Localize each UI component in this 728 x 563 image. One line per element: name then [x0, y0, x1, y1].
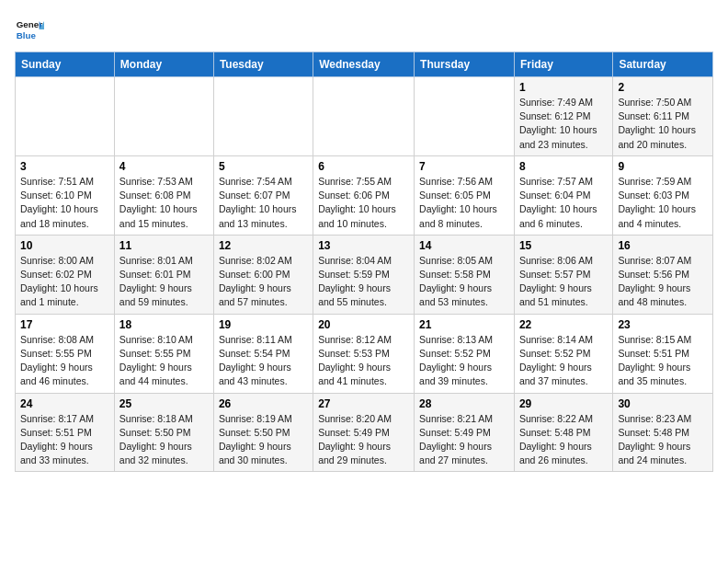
calendar-cell: 6Sunrise: 7:55 AM Sunset: 6:06 PM Daylig…	[313, 155, 415, 235]
day-number: 12	[219, 239, 308, 252]
day-info: Sunrise: 8:21 AM Sunset: 5:49 PM Dayligh…	[419, 412, 509, 468]
calendar-table: SundayMondayTuesdayWednesdayThursdayFrid…	[15, 52, 713, 472]
day-info: Sunrise: 7:50 AM Sunset: 6:11 PM Dayligh…	[618, 96, 708, 152]
day-number: 10	[20, 239, 109, 252]
day-info: Sunrise: 8:10 AM Sunset: 5:55 PM Dayligh…	[119, 333, 209, 389]
column-header-thursday: Thursday	[415, 52, 515, 77]
day-info: Sunrise: 7:55 AM Sunset: 6:06 PM Dayligh…	[318, 175, 409, 231]
calendar-cell: 11Sunrise: 8:01 AM Sunset: 6:01 PM Dayli…	[114, 235, 213, 314]
column-header-wednesday: Wednesday	[313, 52, 415, 77]
day-number: 13	[318, 239, 409, 252]
day-number: 27	[318, 397, 409, 410]
day-number: 4	[119, 160, 209, 173]
calendar-cell: 25Sunrise: 8:18 AM Sunset: 5:50 PM Dayli…	[114, 393, 213, 472]
day-number: 25	[119, 397, 209, 410]
day-number: 14	[419, 239, 509, 252]
day-info: Sunrise: 7:59 AM Sunset: 6:03 PM Dayligh…	[618, 175, 708, 231]
calendar-cell: 16Sunrise: 8:07 AM Sunset: 5:56 PM Dayli…	[613, 235, 713, 314]
day-info: Sunrise: 7:51 AM Sunset: 6:10 PM Dayligh…	[20, 175, 109, 231]
logo: General Blue	[15, 15, 44, 44]
calendar-cell: 29Sunrise: 8:22 AM Sunset: 5:48 PM Dayli…	[514, 393, 612, 472]
calendar-cell: 12Sunrise: 8:02 AM Sunset: 6:00 PM Dayli…	[213, 235, 313, 314]
column-header-saturday: Saturday	[613, 52, 713, 77]
day-info: Sunrise: 7:56 AM Sunset: 6:05 PM Dayligh…	[419, 175, 509, 231]
calendar-cell: 5Sunrise: 7:54 AM Sunset: 6:07 PM Daylig…	[213, 155, 313, 235]
calendar-cell: 9Sunrise: 7:59 AM Sunset: 6:03 PM Daylig…	[613, 155, 713, 235]
calendar-cell: 2Sunrise: 7:50 AM Sunset: 6:11 PM Daylig…	[613, 77, 713, 156]
day-number: 21	[419, 318, 509, 331]
calendar-cell: 19Sunrise: 8:11 AM Sunset: 5:54 PM Dayli…	[213, 314, 313, 393]
calendar-cell: 7Sunrise: 7:56 AM Sunset: 6:05 PM Daylig…	[415, 155, 515, 235]
calendar-cell: 30Sunrise: 8:23 AM Sunset: 5:48 PM Dayli…	[613, 393, 713, 472]
calendar-cell: 22Sunrise: 8:14 AM Sunset: 5:52 PM Dayli…	[514, 314, 612, 393]
calendar-cell: 18Sunrise: 8:10 AM Sunset: 5:55 PM Dayli…	[114, 314, 213, 393]
calendar-cell: 8Sunrise: 7:57 AM Sunset: 6:04 PM Daylig…	[514, 155, 612, 235]
calendar-cell: 17Sunrise: 8:08 AM Sunset: 5:55 PM Dayli…	[16, 314, 115, 393]
calendar-cell: 15Sunrise: 8:06 AM Sunset: 5:57 PM Dayli…	[514, 235, 612, 314]
day-info: Sunrise: 8:22 AM Sunset: 5:48 PM Dayligh…	[519, 412, 608, 468]
day-number: 30	[618, 397, 708, 410]
column-header-friday: Friday	[514, 52, 612, 77]
day-number: 5	[219, 160, 308, 173]
day-info: Sunrise: 8:18 AM Sunset: 5:50 PM Dayligh…	[119, 412, 209, 468]
calendar-cell: 10Sunrise: 8:00 AM Sunset: 6:02 PM Dayli…	[16, 235, 115, 314]
calendar-cell: 28Sunrise: 8:21 AM Sunset: 5:49 PM Dayli…	[415, 393, 515, 472]
day-number: 1	[519, 81, 608, 94]
day-info: Sunrise: 8:05 AM Sunset: 5:58 PM Dayligh…	[419, 254, 509, 310]
day-number: 2	[618, 81, 708, 94]
calendar-cell	[415, 77, 515, 156]
calendar-cell: 21Sunrise: 8:13 AM Sunset: 5:52 PM Dayli…	[415, 314, 515, 393]
calendar-cell	[313, 77, 415, 156]
day-info: Sunrise: 8:01 AM Sunset: 6:01 PM Dayligh…	[119, 254, 209, 310]
day-info: Sunrise: 8:00 AM Sunset: 6:02 PM Dayligh…	[20, 254, 109, 310]
page-header: General Blue	[15, 15, 713, 44]
day-number: 16	[618, 239, 708, 252]
day-info: Sunrise: 8:06 AM Sunset: 5:57 PM Dayligh…	[519, 254, 608, 310]
day-info: Sunrise: 8:17 AM Sunset: 5:51 PM Dayligh…	[20, 412, 109, 468]
day-number: 9	[618, 160, 708, 173]
day-number: 8	[519, 160, 608, 173]
day-number: 15	[519, 239, 608, 252]
calendar-cell: 23Sunrise: 8:15 AM Sunset: 5:51 PM Dayli…	[613, 314, 713, 393]
calendar-cell: 27Sunrise: 8:20 AM Sunset: 5:49 PM Dayli…	[313, 393, 415, 472]
day-number: 19	[219, 318, 308, 331]
calendar-cell: 26Sunrise: 8:19 AM Sunset: 5:50 PM Dayli…	[213, 393, 313, 472]
day-number: 17	[20, 318, 109, 331]
day-number: 26	[219, 397, 308, 410]
day-info: Sunrise: 8:08 AM Sunset: 5:55 PM Dayligh…	[20, 333, 109, 389]
day-info: Sunrise: 8:07 AM Sunset: 5:56 PM Dayligh…	[618, 254, 708, 310]
svg-text:Blue: Blue	[17, 30, 37, 40]
day-info: Sunrise: 8:12 AM Sunset: 5:53 PM Dayligh…	[318, 333, 409, 389]
day-number: 18	[119, 318, 209, 331]
day-number: 29	[519, 397, 608, 410]
calendar-cell: 13Sunrise: 8:04 AM Sunset: 5:59 PM Dayli…	[313, 235, 415, 314]
calendar-cell	[114, 77, 213, 156]
day-number: 24	[20, 397, 109, 410]
day-info: Sunrise: 8:14 AM Sunset: 5:52 PM Dayligh…	[519, 333, 608, 389]
day-number: 28	[419, 397, 509, 410]
day-info: Sunrise: 7:57 AM Sunset: 6:04 PM Dayligh…	[519, 175, 608, 231]
day-info: Sunrise: 8:19 AM Sunset: 5:50 PM Dayligh…	[219, 412, 308, 468]
calendar-cell: 4Sunrise: 7:53 AM Sunset: 6:08 PM Daylig…	[114, 155, 213, 235]
calendar-cell: 14Sunrise: 8:05 AM Sunset: 5:58 PM Dayli…	[415, 235, 515, 314]
day-info: Sunrise: 7:53 AM Sunset: 6:08 PM Dayligh…	[119, 175, 209, 231]
day-info: Sunrise: 8:23 AM Sunset: 5:48 PM Dayligh…	[618, 412, 708, 468]
column-header-monday: Monday	[114, 52, 213, 77]
day-number: 7	[419, 160, 509, 173]
day-info: Sunrise: 8:02 AM Sunset: 6:00 PM Dayligh…	[219, 254, 308, 310]
day-number: 11	[119, 239, 209, 252]
day-info: Sunrise: 7:54 AM Sunset: 6:07 PM Dayligh…	[219, 175, 308, 231]
day-info: Sunrise: 8:11 AM Sunset: 5:54 PM Dayligh…	[219, 333, 308, 389]
day-number: 20	[318, 318, 409, 331]
calendar-cell	[16, 77, 115, 156]
day-info: Sunrise: 7:49 AM Sunset: 6:12 PM Dayligh…	[519, 96, 608, 152]
column-header-tuesday: Tuesday	[213, 52, 313, 77]
day-info: Sunrise: 8:13 AM Sunset: 5:52 PM Dayligh…	[419, 333, 509, 389]
calendar-cell: 20Sunrise: 8:12 AM Sunset: 5:53 PM Dayli…	[313, 314, 415, 393]
day-number: 3	[20, 160, 109, 173]
calendar-cell	[213, 77, 313, 156]
day-info: Sunrise: 8:15 AM Sunset: 5:51 PM Dayligh…	[618, 333, 708, 389]
calendar-cell: 24Sunrise: 8:17 AM Sunset: 5:51 PM Dayli…	[16, 393, 115, 472]
column-header-sunday: Sunday	[16, 52, 115, 77]
calendar-cell: 1Sunrise: 7:49 AM Sunset: 6:12 PM Daylig…	[514, 77, 612, 156]
